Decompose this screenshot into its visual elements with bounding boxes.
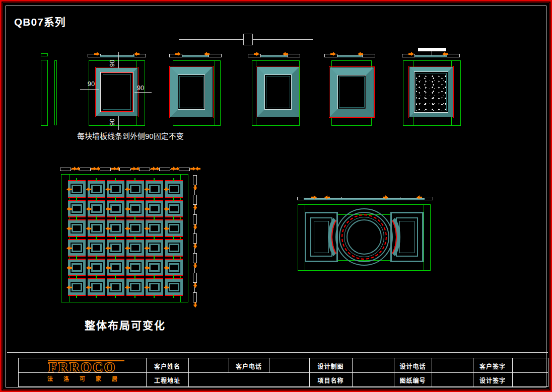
- panel5-stone-field: [416, 73, 447, 111]
- layout-rule-caption: 整体布局可变化: [85, 317, 166, 332]
- coffer-cell-frame: [148, 223, 161, 233]
- dim-text-top: 90: [108, 57, 116, 70]
- coffer-cell-frame: [90, 223, 103, 233]
- panel2-bevel-frame: [170, 67, 213, 117]
- title-block-strip-line: [7, 352, 548, 353]
- panel4-bevel-frame: [330, 67, 374, 117]
- dim-line: [118, 52, 119, 68]
- coffer-cell: [68, 219, 86, 237]
- weight-bar: [418, 48, 446, 51]
- section-arrow-icon: [193, 263, 197, 269]
- section-arrow-icon: [193, 224, 197, 230]
- section-mark: [60, 168, 71, 171]
- field-label-project-address: 工程地址: [146, 376, 188, 385]
- title-block: FRROCO 法 洛 可 家 居 客户姓名 客户电话 设计制图 设计电话 客户签…: [18, 358, 548, 387]
- coffer-cell: [107, 180, 124, 198]
- field-label-drawing-no: 图纸编号: [394, 376, 432, 385]
- coffer-cell-core: [93, 225, 100, 231]
- coffer-cell-core: [131, 225, 139, 231]
- coffer-cell-core: [93, 284, 100, 290]
- coffer-cell-frame: [168, 243, 180, 253]
- coffer-cell: [165, 259, 183, 276]
- grid-tick: [134, 257, 135, 260]
- coffer-cell: [165, 239, 183, 257]
- grid-tick: [96, 257, 97, 260]
- panel1-field: [103, 74, 131, 110]
- section-mark: [193, 273, 197, 283]
- coffer-cell-frame: [109, 262, 122, 273]
- coffer-cell-frame: [129, 282, 142, 292]
- grid-h-indicator: [60, 167, 191, 174]
- coffer-cell-frame: [129, 262, 142, 273]
- brand-subtitle: 法 洛 可 家 居: [19, 374, 146, 382]
- grid-tick: [76, 198, 77, 201]
- coffer-cell-frame: [148, 203, 161, 214]
- section-mark: [119, 168, 130, 171]
- coffer-cell-core: [131, 284, 139, 290]
- grid-tick: [96, 198, 97, 201]
- grid-tick: [115, 276, 116, 279]
- bevel-highlight: [414, 71, 448, 113]
- coffer-cell-core: [112, 225, 119, 231]
- section-mark: [193, 214, 197, 224]
- left-pilaster-core: [314, 221, 329, 253]
- coffer-cell-core: [151, 245, 158, 251]
- section-mark: [193, 175, 197, 185]
- coffer-cell-core: [73, 186, 81, 192]
- coffer-cell-frame: [71, 223, 83, 233]
- coffer-cell: [88, 259, 105, 276]
- dim-line: [118, 116, 119, 130]
- grid-tick: [154, 237, 155, 240]
- coffer-cell-core: [151, 186, 158, 192]
- panel4-field: [339, 76, 365, 108]
- coffer-cell-core: [73, 245, 81, 251]
- grid-tick: [76, 178, 77, 181]
- coffer-cell-core: [170, 225, 178, 231]
- field-label-designer: 设计制图: [309, 362, 352, 371]
- coffer-cell-core: [170, 186, 178, 192]
- section-mark: [193, 253, 197, 263]
- coffer-cell: [146, 239, 163, 257]
- coffer-cell-frame: [90, 203, 103, 214]
- section-mark: [362, 54, 375, 57]
- coffer-cell-core: [93, 245, 100, 251]
- section-arrow-icon: [193, 283, 197, 288]
- coffer-cell-frame: [109, 184, 122, 194]
- bevel-highlight: [100, 72, 133, 112]
- coffer-cell: [88, 180, 105, 198]
- coffer-cell-core: [73, 225, 81, 231]
- coffer-cell-frame: [129, 243, 142, 253]
- panel1-bevel-frame: [96, 68, 137, 116]
- grid-tick: [173, 295, 174, 298]
- coffer-cell-core: [93, 186, 100, 192]
- coffer-cell: [126, 239, 144, 257]
- coffer-cell-frame: [129, 223, 142, 233]
- coffer-cell-frame: [90, 184, 103, 194]
- grid-tick: [134, 198, 135, 201]
- bevel-red-line: [101, 72, 133, 112]
- grid-tick: [115, 257, 116, 260]
- grid-v-indicator: [191, 175, 198, 305]
- cad-sheet: QB07系列 90 90 90 90: [0, 0, 552, 392]
- grid-tick: [96, 295, 97, 298]
- panel-rule-note: 每块墙板线条到外侧90固定不变: [77, 130, 184, 141]
- grid-tick: [173, 217, 174, 220]
- coffer-cell-frame: [168, 203, 180, 214]
- medallion-stile-line: [424, 205, 424, 270]
- grid-tick: [96, 237, 97, 240]
- section-mark: [139, 168, 150, 171]
- grid-tick: [154, 295, 155, 298]
- section-mark: [193, 195, 197, 205]
- coffer-cell-frame: [90, 282, 103, 292]
- panel2-stile-line: [215, 61, 215, 125]
- right-pilaster-core: [399, 221, 415, 253]
- series-title: QB07系列: [14, 14, 66, 29]
- field-label-project-name: 项目名称: [309, 376, 352, 385]
- coffer-cell-frame: [148, 282, 161, 292]
- grid-tick: [134, 178, 135, 181]
- section-mark: [100, 168, 111, 171]
- coffer-cell: [88, 200, 105, 217]
- datum-square: [243, 34, 253, 45]
- coffer-cell-core: [131, 186, 139, 192]
- section-bar: [304, 198, 425, 200]
